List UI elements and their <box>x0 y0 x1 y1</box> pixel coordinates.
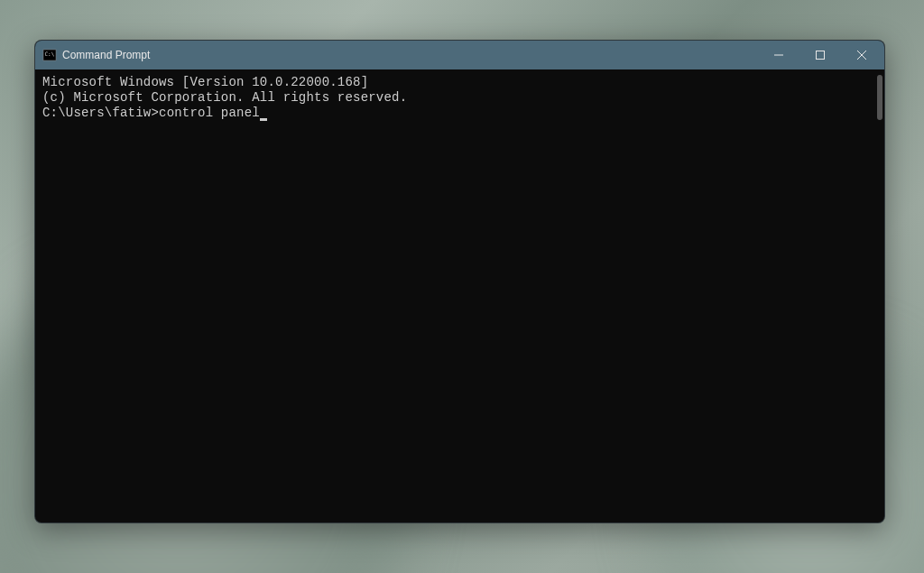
window-controls <box>758 41 882 69</box>
terminal-output-line: Microsoft Windows [Version 10.0.22000.16… <box>42 75 877 90</box>
terminal-prompt-line: C:\Users\fatiw>control panel <box>42 106 877 121</box>
cursor-icon <box>260 118 267 121</box>
minimize-button[interactable] <box>758 41 799 69</box>
maximize-button[interactable] <box>799 41 841 69</box>
close-button[interactable] <box>841 41 882 69</box>
terminal-area[interactable]: Microsoft Windows [Version 10.0.22000.16… <box>35 69 884 522</box>
prompt-text: C:\Users\fatiw> <box>42 106 159 120</box>
scrollbar[interactable] <box>877 75 882 120</box>
window-title: Command Prompt <box>62 49 758 61</box>
titlebar[interactable]: C:\ Command Prompt <box>35 41 884 69</box>
svg-text:C:\: C:\ <box>45 51 55 57</box>
command-input[interactable]: control panel <box>159 106 260 120</box>
terminal-output-line: (c) Microsoft Corporation. All rights re… <box>42 90 877 106</box>
command-prompt-window: C:\ Command Prompt Micro <box>34 40 885 523</box>
app-icon: C:\ <box>42 48 57 62</box>
svg-rect-3 <box>817 51 825 60</box>
